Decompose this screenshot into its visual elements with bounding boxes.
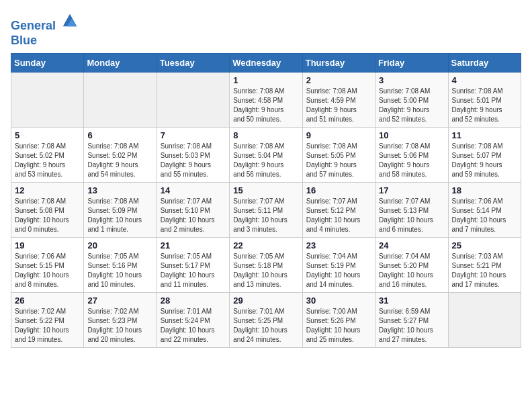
day-info: Sunrise: 7:04 AM Sunset: 5:20 PM Dayligh… (379, 252, 444, 289)
day-number: 18 (452, 185, 517, 195)
day-info: Sunrise: 7:01 AM Sunset: 5:25 PM Dayligh… (233, 307, 298, 345)
day-info: Sunrise: 7:08 AM Sunset: 5:02 PM Dayligh… (15, 142, 80, 179)
day-number: 7 (161, 130, 226, 140)
day-info: Sunrise: 7:07 AM Sunset: 5:10 PM Dayligh… (161, 197, 226, 234)
day-number: 21 (161, 240, 226, 250)
weekday-header-thursday: Thursday (302, 54, 375, 73)
day-number: 10 (379, 130, 444, 140)
day-number: 1 (233, 75, 298, 85)
weekday-header-monday: Monday (84, 54, 157, 73)
calendar-cell: 22Sunrise: 7:05 AM Sunset: 5:18 PM Dayli… (230, 238, 302, 293)
calendar-cell: 2Sunrise: 7:08 AM Sunset: 4:59 PM Daylig… (302, 73, 375, 128)
calendar-cell: 19Sunrise: 7:06 AM Sunset: 5:15 PM Dayli… (11, 238, 84, 293)
calendar-week-row: 5Sunrise: 7:08 AM Sunset: 5:02 PM Daylig… (11, 128, 521, 183)
calendar-table: SundayMondayTuesdayWednesdayThursdayFrid… (11, 53, 521, 348)
page-header: General Blue (11, 11, 521, 48)
calendar-cell: 25Sunrise: 7:03 AM Sunset: 5:21 PM Dayli… (448, 238, 521, 293)
day-info: Sunrise: 7:01 AM Sunset: 5:24 PM Dayligh… (161, 307, 226, 345)
day-info: Sunrise: 7:08 AM Sunset: 5:05 PM Dayligh… (306, 142, 371, 179)
day-number: 20 (87, 240, 152, 250)
day-info: Sunrise: 7:05 AM Sunset: 5:16 PM Dayligh… (87, 252, 152, 289)
logo-text: General (11, 11, 79, 34)
weekday-header-tuesday: Tuesday (157, 54, 229, 73)
calendar-cell: 27Sunrise: 7:02 AM Sunset: 5:23 PM Dayli… (84, 293, 157, 348)
logo-icon (60, 11, 79, 30)
calendar-cell: 15Sunrise: 7:07 AM Sunset: 5:11 PM Dayli… (230, 183, 302, 238)
day-number: 28 (161, 295, 226, 306)
day-number: 5 (15, 130, 80, 140)
weekday-header-sunday: Sunday (11, 54, 84, 73)
day-info: Sunrise: 7:08 AM Sunset: 4:59 PM Dayligh… (306, 87, 371, 124)
day-info: Sunrise: 6:59 AM Sunset: 5:27 PM Dayligh… (379, 307, 444, 345)
day-number: 27 (87, 295, 152, 306)
day-info: Sunrise: 7:07 AM Sunset: 5:12 PM Dayligh… (306, 197, 371, 234)
day-number: 24 (379, 240, 444, 250)
day-info: Sunrise: 7:07 AM Sunset: 5:11 PM Dayligh… (233, 197, 298, 234)
day-info: Sunrise: 7:06 AM Sunset: 5:15 PM Dayligh… (15, 252, 80, 289)
day-number: 29 (233, 295, 298, 306)
day-number: 25 (452, 240, 517, 250)
calendar-cell: 21Sunrise: 7:05 AM Sunset: 5:17 PM Dayli… (157, 238, 229, 293)
day-number: 17 (379, 185, 444, 195)
day-number: 9 (306, 130, 371, 140)
day-number: 4 (452, 75, 517, 85)
calendar-week-row: 12Sunrise: 7:08 AM Sunset: 5:08 PM Dayli… (11, 183, 521, 238)
day-number: 13 (87, 185, 152, 195)
calendar-week-row: 1Sunrise: 7:08 AM Sunset: 4:58 PM Daylig… (11, 73, 521, 128)
logo: General Blue (11, 11, 79, 48)
day-number: 30 (306, 295, 371, 306)
day-info: Sunrise: 7:08 AM Sunset: 5:06 PM Dayligh… (379, 142, 444, 179)
day-info: Sunrise: 7:02 AM Sunset: 5:22 PM Dayligh… (15, 307, 80, 345)
calendar-cell: 31Sunrise: 6:59 AM Sunset: 5:27 PM Dayli… (375, 293, 448, 348)
calendar-cell: 14Sunrise: 7:07 AM Sunset: 5:10 PM Dayli… (157, 183, 229, 238)
day-number: 14 (161, 185, 226, 195)
day-number: 16 (306, 185, 371, 195)
calendar-cell (157, 73, 229, 128)
calendar-cell: 20Sunrise: 7:05 AM Sunset: 5:16 PM Dayli… (84, 238, 157, 293)
day-info: Sunrise: 7:08 AM Sunset: 5:03 PM Dayligh… (161, 142, 226, 179)
weekday-header-row: SundayMondayTuesdayWednesdayThursdayFrid… (11, 54, 521, 73)
calendar-cell: 5Sunrise: 7:08 AM Sunset: 5:02 PM Daylig… (11, 128, 84, 183)
day-number: 8 (233, 130, 298, 140)
calendar-cell: 26Sunrise: 7:02 AM Sunset: 5:22 PM Dayli… (11, 293, 84, 348)
calendar-cell: 30Sunrise: 7:00 AM Sunset: 5:26 PM Dayli… (302, 293, 375, 348)
day-info: Sunrise: 7:08 AM Sunset: 5:01 PM Dayligh… (452, 87, 517, 124)
day-info: Sunrise: 7:08 AM Sunset: 5:04 PM Dayligh… (233, 142, 298, 179)
weekday-header-wednesday: Wednesday (230, 54, 302, 73)
calendar-cell: 1Sunrise: 7:08 AM Sunset: 4:58 PM Daylig… (230, 73, 302, 128)
day-number: 2 (306, 75, 371, 85)
day-info: Sunrise: 7:08 AM Sunset: 5:09 PM Dayligh… (87, 197, 152, 234)
calendar-cell (84, 73, 157, 128)
day-info: Sunrise: 7:08 AM Sunset: 5:00 PM Dayligh… (379, 87, 444, 124)
calendar-cell: 11Sunrise: 7:08 AM Sunset: 5:07 PM Dayli… (448, 128, 521, 183)
day-info: Sunrise: 7:02 AM Sunset: 5:23 PM Dayligh… (87, 307, 152, 345)
calendar-cell (11, 73, 84, 128)
calendar-week-row: 26Sunrise: 7:02 AM Sunset: 5:22 PM Dayli… (11, 293, 521, 348)
calendar-cell: 16Sunrise: 7:07 AM Sunset: 5:12 PM Dayli… (302, 183, 375, 238)
day-info: Sunrise: 7:06 AM Sunset: 5:14 PM Dayligh… (452, 197, 517, 234)
day-number: 23 (306, 240, 371, 250)
day-number: 12 (15, 185, 80, 195)
calendar-cell: 29Sunrise: 7:01 AM Sunset: 5:25 PM Dayli… (230, 293, 302, 348)
calendar-week-row: 19Sunrise: 7:06 AM Sunset: 5:15 PM Dayli… (11, 238, 521, 293)
day-info: Sunrise: 7:08 AM Sunset: 4:58 PM Dayligh… (233, 87, 298, 124)
calendar-cell: 13Sunrise: 7:08 AM Sunset: 5:09 PM Dayli… (84, 183, 157, 238)
calendar-cell: 4Sunrise: 7:08 AM Sunset: 5:01 PM Daylig… (448, 73, 521, 128)
calendar-cell: 6Sunrise: 7:08 AM Sunset: 5:02 PM Daylig… (84, 128, 157, 183)
weekday-header-friday: Friday (375, 54, 448, 73)
day-number: 19 (15, 240, 80, 250)
day-info: Sunrise: 7:04 AM Sunset: 5:19 PM Dayligh… (306, 252, 371, 289)
day-info: Sunrise: 7:08 AM Sunset: 5:02 PM Dayligh… (87, 142, 152, 179)
calendar-cell: 28Sunrise: 7:01 AM Sunset: 5:24 PM Dayli… (157, 293, 229, 348)
calendar-cell (448, 293, 521, 348)
weekday-header-saturday: Saturday (448, 54, 521, 73)
day-info: Sunrise: 7:05 AM Sunset: 5:18 PM Dayligh… (233, 252, 298, 289)
day-number: 3 (379, 75, 444, 85)
calendar-cell: 12Sunrise: 7:08 AM Sunset: 5:08 PM Dayli… (11, 183, 84, 238)
calendar-cell: 8Sunrise: 7:08 AM Sunset: 5:04 PM Daylig… (230, 128, 302, 183)
day-info: Sunrise: 7:03 AM Sunset: 5:21 PM Dayligh… (452, 252, 517, 289)
day-number: 31 (379, 295, 444, 306)
calendar-cell: 18Sunrise: 7:06 AM Sunset: 5:14 PM Dayli… (448, 183, 521, 238)
day-number: 26 (15, 295, 80, 306)
day-number: 15 (233, 185, 298, 195)
